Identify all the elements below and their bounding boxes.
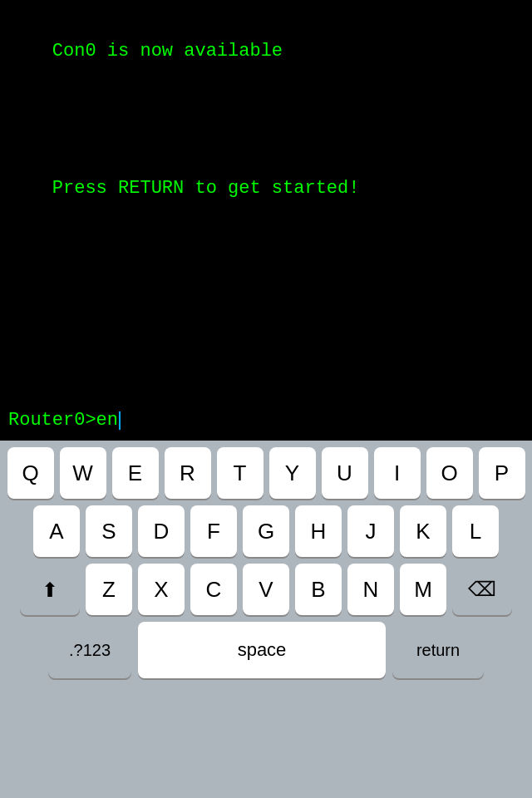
space-key[interactable]: space — [138, 622, 386, 678]
key-f[interactable]: F — [190, 505, 237, 557]
key-j[interactable]: J — [347, 505, 394, 557]
delete-icon — [468, 578, 496, 601]
key-q[interactable]: Q — [7, 447, 54, 499]
key-c[interactable]: C — [190, 564, 237, 615]
return-key[interactable]: return — [392, 622, 484, 678]
key-h[interactable]: H — [295, 505, 342, 557]
key-p[interactable]: P — [479, 447, 525, 499]
key-e[interactable]: E — [112, 447, 159, 499]
key-n[interactable]: N — [347, 564, 394, 615]
key-z[interactable]: Z — [86, 564, 132, 615]
shift-icon — [42, 577, 58, 603]
key-d[interactable]: D — [138, 505, 185, 557]
terminal-cursor — [119, 411, 121, 430]
key-b[interactable]: B — [295, 564, 342, 615]
terminal-prompt: Router0>en — [8, 410, 118, 431]
delete-key[interactable] — [452, 564, 512, 615]
key-v[interactable]: V — [243, 564, 289, 615]
key-i[interactable]: I — [374, 447, 421, 499]
key-y[interactable]: Y — [269, 447, 316, 499]
keyboard-row-2: A S D F G H J K L — [3, 505, 529, 557]
terminal-screen[interactable]: Con0 is now available Press RETURN to ge… — [0, 0, 532, 441]
key-a[interactable]: A — [33, 505, 80, 557]
key-x[interactable]: X — [138, 564, 185, 615]
keyboard-row-4: .?123 space return — [3, 622, 529, 678]
numbers-label: .?123 — [69, 641, 111, 660]
return-label: return — [416, 641, 460, 660]
numbers-key[interactable]: .?123 — [48, 622, 131, 678]
terminal-output: Con0 is now available Press RETURN to ge… — [8, 10, 524, 229]
keyboard-row-3: Z X C V B N M — [3, 564, 529, 615]
terminal-line2: Press RETURN to get started! — [52, 178, 360, 199]
key-t[interactable]: T — [217, 447, 264, 499]
key-o[interactable]: O — [426, 447, 473, 499]
shift-key[interactable] — [20, 564, 80, 615]
key-l[interactable]: L — [452, 505, 499, 557]
key-m[interactable]: M — [400, 564, 446, 615]
key-k[interactable]: K — [400, 505, 446, 557]
keyboard-row-1: Q W E R T Y U I O P — [3, 447, 529, 499]
keyboard: Q W E R T Y U I O P A S D F G H J K L Z … — [0, 441, 532, 798]
key-u[interactable]: U — [322, 447, 368, 499]
terminal-input-line[interactable]: Router0>en — [8, 410, 524, 431]
key-r[interactable]: R — [165, 447, 211, 499]
key-g[interactable]: G — [243, 505, 289, 557]
key-w[interactable]: W — [60, 447, 106, 499]
terminal-line1: Con0 is now available — [52, 41, 283, 62]
key-s[interactable]: S — [86, 505, 132, 557]
space-label: space — [238, 639, 287, 661]
